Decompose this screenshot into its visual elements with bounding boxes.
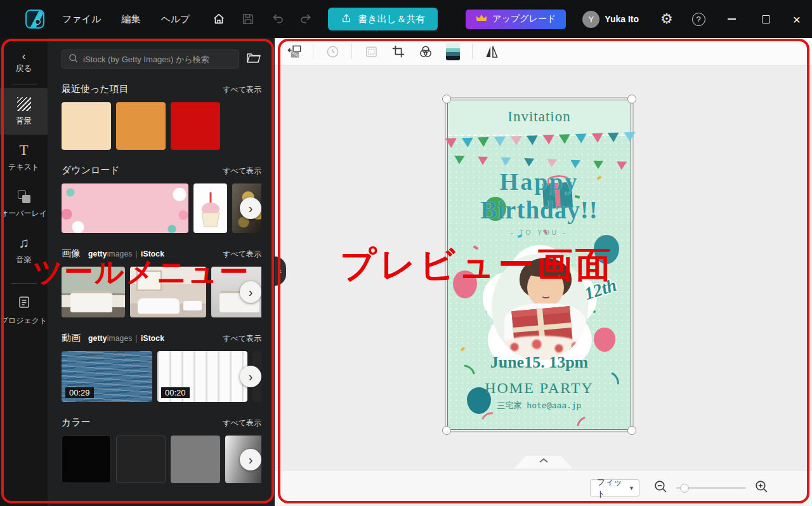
- export-icon: [341, 13, 352, 26]
- show-all-images[interactable]: すべて表示: [223, 249, 261, 260]
- menu-edit[interactable]: 編集: [121, 13, 140, 25]
- download-thumb-party[interactable]: [62, 183, 188, 233]
- sidebar-item-music[interactable]: ♫ 音楽: [0, 227, 48, 274]
- save-icon[interactable]: [240, 11, 256, 27]
- card-host: 三宅家 hote@aaa.jp: [448, 400, 631, 411]
- frame-border-icon[interactable]: [363, 43, 379, 60]
- recent-swatch-cream[interactable]: [62, 102, 111, 150]
- project-document-icon: [17, 295, 31, 311]
- settings-gear-icon[interactable]: ⚙: [660, 12, 673, 26]
- sidebar-divider: [11, 84, 37, 84]
- recent-swatch-orange[interactable]: [116, 102, 166, 150]
- chevron-left-icon: ‹: [22, 51, 26, 62]
- images-next-button[interactable]: ›: [240, 281, 261, 303]
- redo-icon[interactable]: [299, 11, 314, 27]
- colors-row: ›: [62, 436, 261, 483]
- menu-help[interactable]: ヘルプ: [160, 13, 190, 25]
- close-button[interactable]: ×: [793, 13, 801, 26]
- balloon: [594, 235, 619, 264]
- section-title-videos: 動画: [62, 332, 81, 344]
- section-title-recent: 最近使った項目: [62, 83, 129, 95]
- preview-area: Invitation: [275, 38, 812, 506]
- image-thumb-bedroom[interactable]: [62, 267, 125, 317]
- show-all-download[interactable]: すべて表示: [223, 166, 261, 176]
- zoom-slider[interactable]: [676, 487, 746, 489]
- text-icon: T: [19, 143, 28, 157]
- show-all-videos[interactable]: すべて表示: [223, 333, 261, 344]
- download-thumb-cupcake[interactable]: [193, 183, 227, 233]
- user-account[interactable]: Y Yuka Ito: [582, 11, 639, 28]
- timeline-expand-tab[interactable]: [514, 456, 573, 469]
- back-button[interactable]: ‹ 戻る: [15, 51, 32, 74]
- recent-row: [62, 102, 261, 150]
- search-input[interactable]: [83, 55, 233, 64]
- app-logo-icon: [25, 10, 44, 29]
- balloon: [594, 328, 615, 352]
- zoom-fit-select[interactable]: フィット ▼: [590, 479, 639, 496]
- help-icon[interactable]: ?: [692, 13, 705, 26]
- zoom-in-icon[interactable]: [754, 479, 769, 496]
- blend-color-icon[interactable]: [417, 43, 434, 60]
- export-share-button[interactable]: 書き出し＆共有: [328, 8, 438, 30]
- image-thumb-bathroom[interactable]: [130, 267, 206, 317]
- zoom-out-icon[interactable]: [653, 479, 668, 496]
- app-window: ファイル 編集 ヘルプ 書き出し＆共有: [0, 0, 812, 506]
- balloon: [453, 270, 477, 298]
- video-duration-badge: 00:29: [65, 387, 94, 398]
- invitation-card[interactable]: Invitation: [447, 100, 631, 430]
- show-all-recent[interactable]: すべて表示: [223, 84, 261, 95]
- color-swatch-dark[interactable]: [116, 436, 166, 483]
- flip-icon[interactable]: [483, 43, 500, 60]
- color-lut-swatch[interactable]: [445, 43, 461, 60]
- video-duration-badge: 00:20: [161, 387, 190, 398]
- selection-handle-top-right[interactable]: [627, 95, 636, 103]
- video-thumb-water[interactable]: 00:29: [62, 351, 152, 402]
- home-icon[interactable]: [211, 11, 226, 27]
- folder-icon[interactable]: [246, 51, 261, 67]
- selection-handle-bottom-right[interactable]: [627, 426, 636, 435]
- replace-media-icon[interactable]: [285, 43, 302, 60]
- sidebar-item-label: テキスト: [8, 162, 39, 173]
- card-to-you: - TO YOU -: [448, 229, 631, 236]
- images-row: ›: [62, 267, 261, 317]
- canvas[interactable]: Invitation: [275, 65, 812, 470]
- card-datetime: June15. 13pm: [448, 353, 631, 372]
- color-swatch-gray[interactable]: [171, 436, 220, 483]
- zoom-slider-handle[interactable]: [680, 484, 689, 493]
- sidebar-item-label: 音楽: [16, 255, 32, 265]
- sidebar-item-overlay[interactable]: オーバーレイ: [0, 181, 48, 227]
- download-next-button[interactable]: ›: [240, 197, 261, 219]
- menu-file[interactable]: ファイル: [62, 13, 101, 25]
- section-title-download: ダウンロード: [62, 164, 120, 176]
- card-greeting-line2: Birthday!!: [448, 196, 631, 224]
- duration-clock-icon[interactable]: [324, 43, 341, 60]
- selection-handle-top-left[interactable]: [442, 95, 451, 103]
- background-icon: [17, 97, 31, 111]
- show-all-colors[interactable]: すべて表示: [223, 418, 261, 429]
- upgrade-label: アップグレード: [492, 13, 556, 25]
- gettyimages-logo: gettyimages|iStock: [88, 334, 164, 343]
- sidebar-item-background[interactable]: 背景: [0, 88, 48, 135]
- child-photo: [483, 245, 597, 369]
- section-title-colors: カラー: [62, 416, 91, 429]
- colors-next-button[interactable]: ›: [240, 449, 261, 470]
- maximize-button[interactable]: [759, 11, 774, 27]
- minimize-button[interactable]: [724, 11, 740, 27]
- search-field[interactable]: [62, 50, 239, 69]
- sidebar-item-project[interactable]: プロジェクト: [0, 288, 48, 334]
- zoom-bar: フィット ▼: [275, 470, 812, 505]
- menubar: ファイル 編集 ヘルプ: [62, 13, 190, 25]
- sidebar-item-text[interactable]: T テキスト: [0, 135, 48, 181]
- videos-next-button[interactable]: ›: [240, 366, 261, 387]
- back-label: 戻る: [15, 63, 32, 74]
- upgrade-button[interactable]: アップグレード: [466, 10, 566, 29]
- card-title: Invitation: [448, 109, 631, 125]
- crop-icon[interactable]: [390, 43, 407, 60]
- selection-handle-bottom-left[interactable]: [442, 426, 451, 435]
- color-swatch-black[interactable]: [62, 436, 111, 483]
- undo-icon[interactable]: [270, 11, 285, 27]
- sidebar-item-label: オーバーレイ: [1, 208, 47, 219]
- caret-down-icon: ▼: [629, 485, 634, 491]
- video-thumb-curtains[interactable]: 00:20: [157, 351, 247, 402]
- recent-swatch-red[interactable]: [171, 102, 220, 150]
